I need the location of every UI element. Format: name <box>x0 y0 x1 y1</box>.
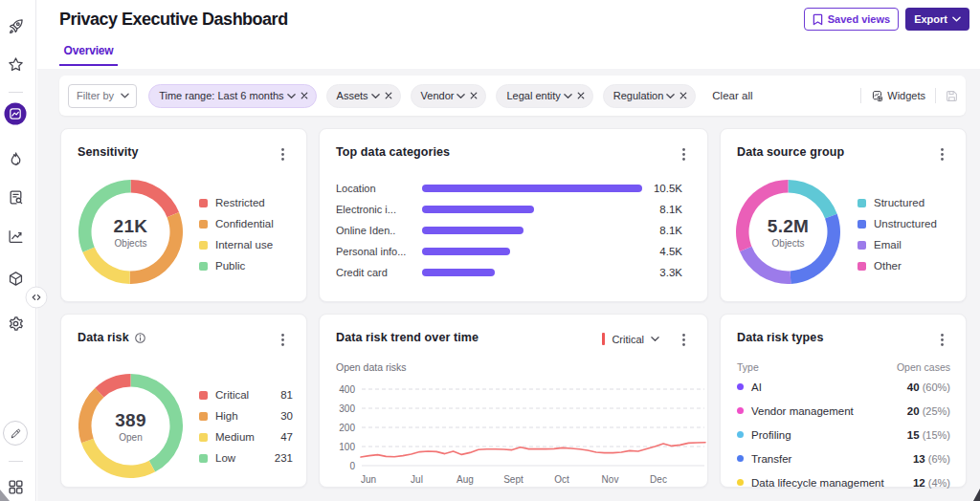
close-icon[interactable] <box>577 92 585 99</box>
sidebar-divider-bottom <box>9 461 23 462</box>
bar-fill <box>422 269 495 276</box>
legend-label: Restricted <box>215 197 265 208</box>
chevron-down-icon <box>287 92 296 100</box>
legend-swatch <box>858 199 866 207</box>
chip-label: Regulation <box>613 90 664 101</box>
card-data-source-group: Data source group 5.2M Objects Structure… <box>720 128 967 302</box>
sidebar-collapse-button[interactable] <box>26 287 48 309</box>
legend-swatch <box>199 262 208 271</box>
bar-track <box>422 206 642 213</box>
svg-text:400: 400 <box>339 384 355 395</box>
clear-all-button[interactable]: Clear all <box>712 90 752 101</box>
card-top-data-categories: Top data categories Location10.5KElectro… <box>319 128 708 302</box>
kebab-menu-icon[interactable] <box>276 331 289 348</box>
legend-value: 231 <box>275 452 293 464</box>
sensitivity-legend: RestrictedConfidentialInternal usePublic <box>199 192 291 276</box>
export-button[interactable]: Export <box>905 8 969 31</box>
legend-value: 47 <box>280 431 293 443</box>
close-icon[interactable] <box>301 92 308 99</box>
legend-label: Confidential <box>215 218 274 229</box>
risk-types-header: Type Open cases <box>737 361 950 373</box>
filter-by-label: Filter by <box>77 90 114 101</box>
legend-item: Unstructured <box>858 213 953 234</box>
risk-type-pct: (4%) <box>928 477 950 489</box>
kebab-menu-icon[interactable] <box>677 145 690 163</box>
saved-views-button[interactable]: Saved views <box>804 8 899 31</box>
trend-line-chart: 0100200300400JunJulAugSeptOctNovDec <box>320 315 708 489</box>
kebab-menu-icon[interactable] <box>935 331 948 348</box>
card-title: Top data categories <box>336 145 450 159</box>
filter-chip[interactable]: Assets <box>326 84 401 108</box>
risk-type-row: Vendor management20(25%) <box>737 399 950 423</box>
close-icon[interactable] <box>470 92 478 99</box>
risk-type-dot <box>737 383 744 390</box>
chevron-down-icon <box>666 92 675 100</box>
save-icon[interactable] <box>946 90 958 102</box>
chip-label: Vendor <box>421 90 455 101</box>
filter-by-dropdown[interactable]: Filter by <box>68 84 137 108</box>
category-label: Credit card <box>336 267 422 278</box>
legend-item: High30 <box>199 405 293 426</box>
legend-label: Critical <box>215 389 249 401</box>
category-label: Personal info... <box>336 246 422 257</box>
legend-label: Structured <box>874 197 924 208</box>
kebab-menu-icon[interactable] <box>276 145 289 163</box>
risk-type-row: Transfer13(6%) <box>737 447 950 470</box>
category-value: 4.5K <box>642 246 682 257</box>
chevron-down-icon <box>457 92 465 100</box>
close-icon[interactable] <box>679 92 687 99</box>
donut-center-label: Objects <box>772 238 805 249</box>
risk-type-value: 13(6%) <box>913 453 950 465</box>
risk-type-row: Profiling15(15%) <box>737 423 950 447</box>
svg-text:Aug: Aug <box>457 474 474 485</box>
legend-swatch <box>199 391 208 400</box>
chevron-down-icon <box>371 92 380 100</box>
donut-center-label: Open <box>119 432 142 443</box>
pencil-icon[interactable] <box>3 421 28 446</box>
star-icon[interactable] <box>7 55 24 73</box>
risk-type-pct: (25%) <box>923 405 950 417</box>
card-title: Data risk types <box>737 331 823 344</box>
tab-overview[interactable]: Overview <box>59 44 118 66</box>
filter-chip[interactable]: Time range: Last 6 months <box>148 84 316 108</box>
svg-text:Jul: Jul <box>411 474 423 485</box>
filter-chip[interactable]: Vendor <box>411 84 487 108</box>
gear-icon[interactable] <box>7 315 24 332</box>
trend-icon[interactable] <box>7 228 24 245</box>
donut-center-label: Objects <box>115 238 147 249</box>
info-icon[interactable] <box>135 333 145 343</box>
chevron-down-icon <box>952 16 961 22</box>
filter-chip[interactable]: Regulation <box>603 84 697 108</box>
bar-track <box>422 269 642 276</box>
chip-label: Assets <box>337 90 368 101</box>
file-search-icon[interactable] <box>7 188 24 206</box>
widgets-button[interactable]: Widgets <box>871 90 925 102</box>
donut-center-value: 21K <box>114 216 148 237</box>
category-value: 3.3K <box>642 267 682 278</box>
risk-type-label: Vendor management <box>751 405 854 417</box>
legend-label: Email <box>874 239 902 250</box>
bar-track <box>422 248 642 255</box>
category-bar-row: Location10.5K <box>336 178 682 199</box>
svg-text:Oct: Oct <box>554 474 569 485</box>
legend-value: 30 <box>280 410 293 422</box>
risk-type-dot <box>737 455 744 462</box>
main-area: Privacy Executive Dashboard Saved views … <box>37 0 980 501</box>
saved-views-label: Saved views <box>828 13 890 25</box>
sidebar-item-dashboard-active[interactable] <box>5 103 27 125</box>
donut-center-value: 5.2M <box>768 216 809 237</box>
category-label: Location <box>336 183 422 194</box>
legend-item: Structured <box>858 192 953 213</box>
filter-chip[interactable]: Legal entity <box>496 84 592 108</box>
legend-swatch <box>199 220 208 229</box>
close-icon[interactable] <box>385 92 392 99</box>
category-value: 10.5K <box>642 183 682 194</box>
col-open-cases: Open cases <box>897 361 950 373</box>
cube-icon[interactable] <box>7 270 24 287</box>
risk-type-value: 40(60%) <box>907 381 950 393</box>
flame-icon[interactable] <box>7 150 24 167</box>
risk-type-row: AI40(60%) <box>737 375 950 399</box>
rocket-icon[interactable] <box>7 17 24 34</box>
kebab-menu-icon[interactable] <box>935 145 948 163</box>
bar-fill <box>422 248 510 255</box>
